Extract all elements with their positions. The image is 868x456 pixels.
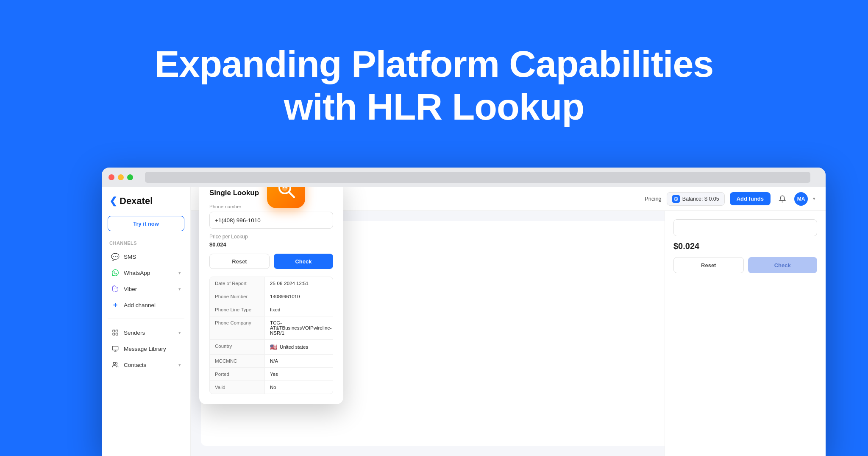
hero-title: Expanding Platform Capabilities with HLR… <box>0 42 868 128</box>
result-key: MCCMNC <box>210 355 265 367</box>
browser-titlebar <box>102 168 826 187</box>
whatsapp-icon <box>111 269 120 277</box>
sidebar-item-contacts[interactable]: Contacts ▾ <box>108 357 184 372</box>
contacts-chevron: ▾ <box>178 362 181 368</box>
balance-value: Balance: $ 0.05 <box>682 196 719 202</box>
result-key: Phone Company <box>210 316 265 339</box>
modal-title: Single Lookup <box>209 189 333 197</box>
result-value: N/A <box>265 355 283 367</box>
svg-rect-4 <box>112 346 118 350</box>
sidebar-item-label-senders: Senders <box>124 330 145 336</box>
svg-rect-2 <box>113 333 115 335</box>
modal-check-button[interactable]: Check <box>274 254 333 269</box>
browser-window: ❮ Dexatel Try it now Channels 💬 SMS What… <box>102 168 826 456</box>
svg-rect-0 <box>113 330 115 332</box>
whatsapp-chevron: ▾ <box>178 270 181 276</box>
address-bar[interactable] <box>145 172 810 183</box>
sidebar-item-sms[interactable]: 💬 SMS <box>108 249 184 264</box>
country-flag: 🇺🇸 <box>270 344 277 350</box>
sidebar: ❮ Dexatel Try it now Channels 💬 SMS What… <box>102 187 191 456</box>
result-key: Phone Number <box>210 290 265 303</box>
result-value: Yes <box>265 368 283 380</box>
sidebar-item-label-message-library: Message Library <box>124 346 166 352</box>
table-row: Phone Line Type fixed <box>210 303 333 316</box>
minimize-dot[interactable] <box>118 174 124 180</box>
sidebar-item-message-library[interactable]: Message Library <box>108 341 184 356</box>
price-per-lookup-label: Price per Lookup <box>209 234 333 240</box>
result-key: Date of Report <box>210 277 265 290</box>
result-key: Valid <box>210 381 265 394</box>
result-value: 14089961010 <box>265 290 305 303</box>
result-key: Phone Line Type <box>210 303 265 316</box>
notifications-bell[interactable] <box>776 192 789 206</box>
add-channel-icon: + <box>111 301 120 309</box>
table-row: Country 🇺🇸 United states <box>210 340 333 355</box>
svg-rect-1 <box>116 330 118 332</box>
table-row: Date of Report 25-06-2024 12:51 <box>210 277 333 290</box>
table-row: Valid No <box>210 381 333 394</box>
logo-icon: ❮ <box>109 196 117 207</box>
pricing-link[interactable]: Pricing <box>645 196 662 202</box>
avatar: MA <box>794 192 808 206</box>
phone-number-label: Phone number <box>209 204 333 209</box>
browser-content: ❮ Dexatel Try it now Channels 💬 SMS What… <box>102 187 826 456</box>
modal-reset-button[interactable]: Reset <box>209 254 270 269</box>
sidebar-item-viber[interactable]: Viber ▾ <box>108 281 184 297</box>
sms-icon: 💬 <box>111 252 120 261</box>
result-key: Ported <box>210 368 265 380</box>
senders-icon <box>111 328 120 337</box>
sidebar-item-whatsapp[interactable]: WhatsApp ▾ <box>108 265 184 280</box>
table-row: Ported Yes <box>210 368 333 381</box>
main-area: Ca... Sin... Pricing $ Balance: $ 0.05 A… <box>191 187 826 456</box>
table-row: Phone Number 14089961010 <box>210 290 333 303</box>
sidebar-divider <box>108 319 184 319</box>
result-value: fixed <box>265 303 285 316</box>
viber-chevron: ▾ <box>178 286 181 292</box>
result-value: 25-06-2024 12:51 <box>265 277 314 290</box>
message-library-icon <box>111 344 120 353</box>
logo-text: Dexatel <box>120 196 153 207</box>
price-per-lookup-value: $0.024 <box>209 241 333 248</box>
lookup-results-table: Date of Report 25-06-2024 12:51 Phone Nu… <box>209 277 333 394</box>
right-panel-phone-input[interactable] <box>673 219 817 236</box>
sidebar-item-label-add-channel: Add channel <box>124 302 156 308</box>
sidebar-item-label-viber: Viber <box>124 286 137 292</box>
phone-number-input[interactable] <box>209 212 333 229</box>
add-funds-button[interactable]: Add funds <box>730 192 771 205</box>
single-lookup-modal: Single Lookup Phone number Price per Loo… <box>199 187 343 404</box>
viber-icon <box>111 285 120 293</box>
balance-badge: $ Balance: $ 0.05 <box>667 192 725 206</box>
sidebar-item-label-sms: SMS <box>124 254 136 260</box>
sidebar-item-senders[interactable]: Senders ▾ <box>108 325 184 340</box>
table-row: MCCMNC N/A <box>210 355 333 368</box>
sidebar-item-label-contacts: Contacts <box>124 362 146 368</box>
channels-label: Channels <box>108 241 184 246</box>
svg-text:$: $ <box>675 198 677 200</box>
right-panel: $0.024 Reset Check <box>665 211 826 456</box>
close-dot[interactable] <box>108 174 114 180</box>
right-panel-check-button[interactable]: Check <box>748 257 818 273</box>
sidebar-item-add-channel[interactable]: + Add channel <box>108 297 184 313</box>
right-panel-price: $0.024 <box>673 241 817 251</box>
senders-chevron: ▾ <box>178 330 181 336</box>
contacts-icon <box>111 361 120 369</box>
result-value: TCG-AT&TBusinessVOIPwireline-NSR/1 <box>265 316 333 339</box>
topnav-right: Pricing $ Balance: $ 0.05 Add funds MA ▾ <box>645 192 815 206</box>
avatar-chevron[interactable]: ▾ <box>813 196 815 201</box>
result-value: No <box>265 381 281 394</box>
hero-section: Expanding Platform Capabilities with HLR… <box>0 42 868 128</box>
balance-icon: $ <box>672 195 680 203</box>
svg-rect-3 <box>116 333 118 335</box>
logo: ❮ Dexatel <box>108 196 184 207</box>
result-key: Country <box>210 340 265 354</box>
right-panel-buttons: Reset Check <box>673 257 817 273</box>
right-panel-reset-button[interactable]: Reset <box>673 257 744 273</box>
try-now-button[interactable]: Try it now <box>108 216 184 231</box>
maximize-dot[interactable] <box>127 174 133 180</box>
modal-action-buttons: Reset Check <box>209 254 333 269</box>
svg-point-7 <box>113 362 115 364</box>
sidebar-item-label-whatsapp: WhatsApp <box>124 270 150 276</box>
result-value: 🇺🇸 United states <box>265 340 313 354</box>
table-row: Phone Company TCG-AT&TBusinessVOIPwireli… <box>210 316 333 340</box>
